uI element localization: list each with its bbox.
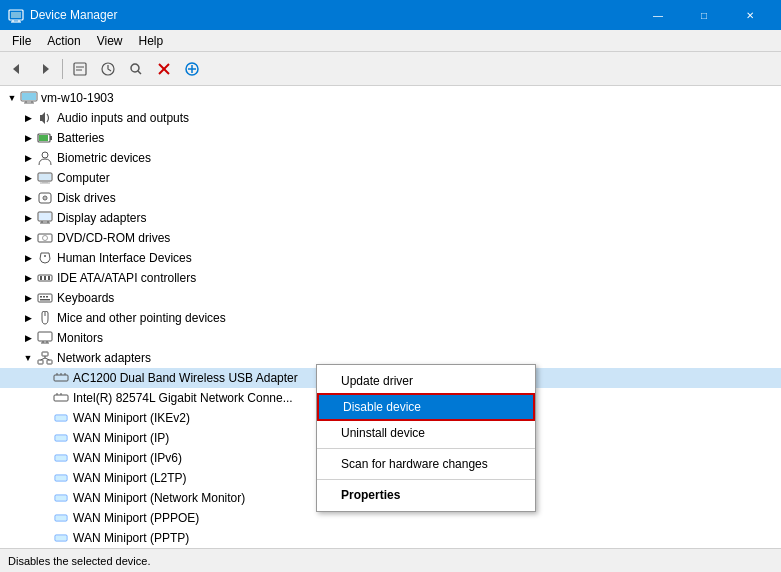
computer2-icon: [36, 170, 54, 186]
menu-view[interactable]: View: [89, 32, 131, 50]
tree-item-monitors[interactable]: ▶ Monitors: [0, 328, 781, 348]
dvd-label: DVD/CD-ROM drives: [57, 231, 170, 245]
expand-hid[interactable]: ▶: [20, 250, 36, 266]
expand-ide[interactable]: ▶: [20, 270, 36, 286]
tree-item-ide[interactable]: ▶ IDE ATA/ATAPI controllers: [0, 268, 781, 288]
svg-rect-76: [56, 476, 66, 480]
wan-ip-label: WAN Miniport (IP): [73, 431, 169, 445]
expand-biometric[interactable]: ▶: [20, 150, 36, 166]
expand-computer[interactable]: ▶: [20, 170, 36, 186]
uninstall-button[interactable]: [151, 56, 177, 82]
add-button[interactable]: [179, 56, 205, 82]
network-label: Network adapters: [57, 351, 151, 365]
svg-marker-5: [13, 64, 19, 74]
expand-root[interactable]: ▼: [4, 90, 20, 106]
tree-item-dvd[interactable]: ▶ DVD/CD-ROM drives: [0, 228, 781, 248]
update-driver-button[interactable]: [95, 56, 121, 82]
audio-icon: [36, 110, 54, 126]
properties-button[interactable]: [67, 56, 93, 82]
svg-point-40: [43, 236, 48, 241]
display-icon: [36, 210, 54, 226]
maximize-button[interactable]: □: [681, 0, 727, 30]
status-bar: Disables the selected device.: [0, 548, 781, 572]
ctx-properties[interactable]: Properties: [317, 483, 535, 507]
close-button[interactable]: ✕: [727, 0, 773, 30]
nic-icon-wan-pptp: [52, 530, 70, 546]
ac1200-label: AC1200 Dual Band Wireless USB Adapter: [73, 371, 298, 385]
expand-dvd[interactable]: ▶: [20, 230, 36, 246]
ctx-sep-2: [317, 479, 535, 480]
disk-label: Disk drives: [57, 191, 116, 205]
svg-rect-30: [40, 183, 50, 184]
svg-point-26: [42, 152, 48, 158]
svg-line-12: [138, 71, 141, 74]
wan-nm-label: WAN Miniport (Network Monitor): [73, 491, 245, 505]
tree-item-hid[interactable]: ▶ Human Interface Devices: [0, 248, 781, 268]
tree-item-audio[interactable]: ▶ Audio inputs and outputs: [0, 108, 781, 128]
svg-rect-66: [54, 395, 68, 401]
toolbar: [0, 52, 781, 86]
expand-mice[interactable]: ▶: [20, 310, 36, 326]
svg-rect-74: [56, 456, 66, 460]
network-icon: [36, 350, 54, 366]
ctx-uninstall-device[interactable]: Uninstall device: [317, 421, 535, 445]
device-tree[interactable]: ▼ vm-w10-1903 ▶ Audio inp: [0, 86, 781, 548]
nic-icon-wan-pppoe: [52, 510, 70, 526]
tree-item-disk[interactable]: ▶ Disk drives: [0, 188, 781, 208]
tree-item-mice[interactable]: ▶ Mice and other pointing devices: [0, 308, 781, 328]
tree-item-computer[interactable]: ▶ Computer: [0, 168, 781, 188]
scan-button[interactable]: [123, 56, 149, 82]
svg-point-11: [131, 64, 139, 72]
window-title: Device Manager: [30, 8, 635, 22]
batteries-label: Batteries: [57, 131, 104, 145]
nic-icon-wan-nm: [52, 490, 70, 506]
tree-item-root[interactable]: ▼ vm-w10-1903: [0, 88, 781, 108]
back-button[interactable]: [4, 56, 30, 82]
svg-rect-52: [38, 332, 52, 341]
nic-icon-ac1200: [52, 370, 70, 386]
tree-item-biometric[interactable]: ▶ Biometric devices: [0, 148, 781, 168]
expand-batteries[interactable]: ▶: [20, 130, 36, 146]
expand-keyboards[interactable]: ▶: [20, 290, 36, 306]
ctx-disable-device[interactable]: Disable device: [317, 393, 535, 421]
svg-rect-78: [56, 496, 66, 500]
tree-item-keyboards[interactable]: ▶ Keyboards: [0, 288, 781, 308]
ide-icon: [36, 270, 54, 286]
svg-rect-45: [48, 276, 50, 280]
ctx-scan-hardware[interactable]: Scan for hardware changes: [317, 452, 535, 476]
expand-disk[interactable]: ▶: [20, 190, 36, 206]
menu-help[interactable]: Help: [131, 32, 172, 50]
svg-rect-4: [11, 12, 21, 18]
menu-file[interactable]: File: [4, 32, 39, 50]
forward-button[interactable]: [32, 56, 58, 82]
tree-item-display[interactable]: ▶ Display adapters: [0, 208, 781, 228]
svg-rect-56: [42, 352, 48, 356]
svg-rect-82: [56, 536, 66, 540]
ide-label: IDE ATA/ATAPI controllers: [57, 271, 196, 285]
expand-monitors[interactable]: ▶: [20, 330, 36, 346]
tree-item-wan-pptp[interactable]: WAN Miniport (PPTP): [0, 528, 781, 548]
svg-rect-70: [56, 416, 66, 420]
expand-audio[interactable]: ▶: [20, 110, 36, 126]
menu-action[interactable]: Action: [39, 32, 88, 50]
display-label: Display adapters: [57, 211, 146, 225]
ctx-update-driver[interactable]: Update driver: [317, 369, 535, 393]
svg-rect-58: [47, 360, 52, 364]
svg-rect-19: [22, 93, 36, 100]
monitor-icon: [36, 330, 54, 346]
svg-rect-43: [40, 276, 42, 280]
monitors-label: Monitors: [57, 331, 103, 345]
tree-item-batteries[interactable]: ▶ Batteries: [0, 128, 781, 148]
expand-display[interactable]: ▶: [20, 210, 36, 226]
svg-rect-62: [54, 375, 68, 381]
main-area: ▼ vm-w10-1903 ▶ Audio inp: [0, 86, 781, 548]
wan-l2tp-label: WAN Miniport (L2TP): [73, 471, 187, 485]
context-menu: Update driver Disable device Uninstall d…: [316, 364, 536, 512]
nic-icon-intel: [52, 390, 70, 406]
expand-network[interactable]: ▼: [20, 350, 36, 366]
disk-icon: [36, 190, 54, 206]
menu-bar: File Action View Help: [0, 30, 781, 52]
minimize-button[interactable]: —: [635, 0, 681, 30]
svg-rect-72: [56, 436, 66, 440]
wan-ipv6-label: WAN Miniport (IPv6): [73, 451, 182, 465]
